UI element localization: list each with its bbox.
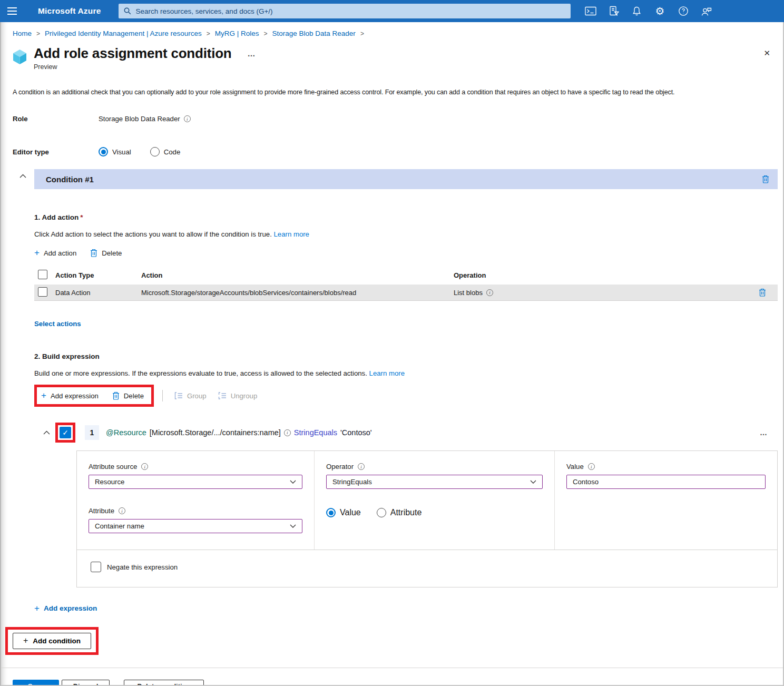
- delete-expression-button[interactable]: Delete: [112, 391, 144, 400]
- expression-info-icon[interactable]: i: [284, 429, 291, 436]
- role-label: Role: [13, 115, 99, 123]
- attribute-source-dropdown[interactable]: Resource: [89, 475, 302, 489]
- search-icon: [124, 7, 131, 15]
- editor-type-option-code[interactable]: Code: [150, 147, 181, 156]
- add-action-toolbar: + Add action Delete: [34, 249, 778, 257]
- page-header: Add role assignment condition … Preview …: [13, 45, 778, 71]
- breadcrumb-separator: >: [207, 30, 210, 37]
- operation-info-icon[interactable]: i: [486, 289, 493, 296]
- expression-checkbox[interactable]: ✓: [60, 427, 71, 438]
- page-title: Add role assignment condition: [34, 45, 232, 62]
- expression-value-token: 'Contoso': [340, 428, 372, 437]
- settings-gear-icon[interactable]: ⚙: [653, 4, 668, 18]
- radio-selected-icon: [326, 508, 336, 517]
- value-label: Value: [566, 463, 584, 471]
- chevron-down-icon: [530, 480, 536, 484]
- add-expression-link[interactable]: + Add expression: [34, 604, 97, 612]
- hamburger-menu-icon[interactable]: [6, 4, 21, 18]
- condition-header[interactable]: Condition #1: [34, 169, 778, 189]
- close-icon[interactable]: ✕: [763, 48, 770, 58]
- editor-type-option-visual[interactable]: Visual: [99, 147, 131, 156]
- ungroup-button[interactable]: Ungroup: [218, 392, 258, 400]
- role-value: Storage Blob Data Reader: [99, 115, 180, 123]
- operator-column: Operator i StringEquals Value: [314, 451, 554, 550]
- row-operation: List blobs: [454, 289, 483, 297]
- negate-label: Negate this expression: [107, 563, 178, 571]
- delete-action-button[interactable]: Delete: [90, 249, 122, 257]
- trash-icon: [90, 249, 97, 257]
- search-input[interactable]: [136, 7, 565, 15]
- plus-icon: +: [23, 637, 28, 644]
- editor-type-row: Editor type Visual Code: [13, 147, 778, 156]
- cloud-shell-icon[interactable]: [583, 4, 598, 18]
- role-info-icon[interactable]: i: [184, 115, 191, 122]
- discard-button[interactable]: Discard: [62, 680, 110, 686]
- add-condition-button[interactable]: + Add condition: [13, 633, 91, 649]
- value-column: Value i: [554, 451, 777, 550]
- row-action-path: Microsoft.Storage/storageAccounts/blobSe…: [141, 289, 454, 297]
- compare-option-value[interactable]: Value: [326, 508, 361, 517]
- expression-ellipsis-menu[interactable]: …: [760, 428, 768, 437]
- azure-brand[interactable]: Microsoft Azure: [38, 6, 101, 16]
- toolbar-divider: [162, 390, 163, 401]
- annotation-box-add-expression: + Add expression Delete: [34, 385, 154, 407]
- delete-condition-button[interactable]: Delete condition: [124, 680, 204, 686]
- breadcrumb-separator: >: [264, 30, 268, 37]
- build-expression-learn-more-link[interactable]: Learn more: [369, 369, 405, 377]
- directory-filter-icon[interactable]: [606, 4, 621, 18]
- compare-option-attribute[interactable]: Attribute: [377, 508, 422, 517]
- annotation-box-add-condition: + Add condition: [5, 627, 99, 655]
- group-button[interactable]: Group: [174, 392, 207, 400]
- plus-icon: +: [34, 249, 40, 257]
- attribute-source-info-icon[interactable]: i: [141, 463, 148, 470]
- actions-table: Action Type Action Operation Data Action…: [34, 266, 778, 301]
- attribute-dropdown[interactable]: Container name: [89, 519, 302, 533]
- negate-checkbox[interactable]: [91, 562, 101, 572]
- condition-header-row: Condition #1: [13, 169, 778, 189]
- add-action-button[interactable]: + Add action: [34, 249, 76, 257]
- breadcrumb-home[interactable]: Home: [13, 30, 32, 37]
- operator-dropdown[interactable]: StringEquals: [326, 475, 543, 489]
- ellipsis-menu-icon[interactable]: …: [248, 49, 256, 58]
- operator-info-icon[interactable]: i: [358, 463, 365, 470]
- save-button[interactable]: Save: [13, 680, 59, 686]
- value-input[interactable]: [566, 475, 766, 489]
- global-search[interactable]: [119, 4, 571, 18]
- delete-condition-trash-icon[interactable]: [762, 175, 769, 183]
- attribute-source-column: Attribute source i Resource Attribute i …: [77, 451, 314, 550]
- attribute-info-icon[interactable]: i: [119, 507, 125, 514]
- chevron-down-icon: [290, 524, 296, 528]
- condition-title: Condition #1: [46, 175, 94, 184]
- plus-icon: +: [34, 605, 40, 612]
- expression-collapse-chevron-icon[interactable]: [43, 430, 50, 435]
- plus-icon: +: [41, 392, 46, 399]
- value-info-icon[interactable]: i: [588, 463, 595, 470]
- table-row: Data Action Microsoft.Storage/storageAcc…: [34, 285, 778, 301]
- build-expression-heading: 2. Build expression: [34, 352, 778, 360]
- negate-expression-row: Negate this expression: [77, 550, 777, 587]
- feedback-icon[interactable]: [699, 4, 714, 18]
- notifications-bell-icon[interactable]: [630, 4, 644, 18]
- radio-unselected-icon: [377, 508, 386, 517]
- help-icon[interactable]: [676, 4, 691, 18]
- build-expression-section: 2. Build expression Build one or more ex…: [34, 352, 778, 587]
- breadcrumb-pim[interactable]: Privileged Identity Management | Azure r…: [45, 30, 202, 37]
- breadcrumb-myrg-roles[interactable]: MyRG | Roles: [215, 30, 259, 37]
- delete-row-trash-icon[interactable]: [759, 288, 778, 297]
- editor-type-label: Editor type: [13, 148, 99, 156]
- expression-index-badge: 1: [85, 425, 99, 440]
- chevron-down-icon: [290, 480, 296, 484]
- add-expression-button[interactable]: + Add expression: [41, 392, 99, 400]
- breadcrumb-storage-blob-data-reader[interactable]: Storage Blob Data Reader: [272, 30, 356, 37]
- attribute-source-label: Attribute source: [89, 463, 137, 471]
- attribute-label: Attribute: [89, 507, 114, 515]
- group-icon: [174, 392, 183, 399]
- row-checkbox[interactable]: [38, 287, 47, 297]
- select-actions-link[interactable]: Select actions: [34, 320, 81, 328]
- operator-label: Operator: [326, 463, 354, 471]
- select-all-checkbox[interactable]: [38, 270, 47, 279]
- add-action-description: Click Add action to select the actions y…: [34, 230, 272, 238]
- condition-collapse-chevron-icon[interactable]: [13, 169, 34, 189]
- add-action-learn-more-link[interactable]: Learn more: [274, 230, 309, 238]
- expression-editor-panel: Attribute source i Resource Attribute i …: [76, 450, 778, 587]
